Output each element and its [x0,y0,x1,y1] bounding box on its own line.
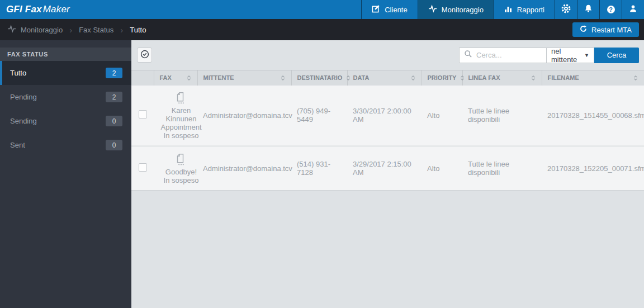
help-icon: ? [607,6,615,13]
sort-icon [410,75,416,81]
search-input[interactable] [472,51,546,59]
breadcrumb-label: Tutto [130,26,146,34]
sort-icon [345,75,351,81]
tab-cliente[interactable]: Cliente [361,0,417,19]
search-controls: nel mittente ▼ Cerca [459,48,639,63]
top-navigation-bar: GFI FaxMaker Cliente Monitoraggio Rappor… [0,0,644,19]
column-header-priority[interactable]: PRIORITY [422,70,462,86]
sort-icon [460,75,465,81]
pulse-icon [7,25,16,35]
cell-data: 3/30/2017 2:00:00 AM [347,86,422,146]
cell-priority: Alto [422,146,462,190]
fax-status-sidebar: FAX STATUS Tutto 2 Pending 2 Sending 0 S… [0,40,131,308]
column-header-filename[interactable]: FILENAME [542,70,644,86]
fax-table: FAX MITTENTE DESTINATARIO DATA PRIORITY [131,70,644,191]
breadcrumb-label: Monitoraggio [21,26,63,34]
sort-icon [531,75,536,81]
chevron-right-icon: › [69,25,72,35]
row-checkbox[interactable] [139,110,147,119]
cell-linea-fax: Tutte le linee disponibili [462,86,542,146]
cell-filename: 20170328_151455_00068.sfm [542,86,644,146]
chevron-right-icon: › [120,25,123,35]
cell-mittente: Administrator@domaina.tcv [197,146,291,190]
tab-rapporti[interactable]: Rapporti [494,0,555,19]
list-toolbar: nel mittente ▼ Cerca [131,40,644,70]
sidebar-header: FAX STATUS [0,48,131,61]
user-button[interactable] [622,0,644,19]
breadcrumb-subsection[interactable]: Fax Status [79,26,113,34]
fax-list-main: nel mittente ▼ Cerca FAX [131,40,644,308]
column-header-mittente[interactable]: MITTENTE [197,70,291,86]
cell-destinatario: (514) 931-7128 [291,146,347,190]
app-logo: GFI FaxMaker [0,0,70,19]
sidebar-item-label: Tutto [10,69,26,77]
table-row[interactable]: Goodbye! In sospeso Administrator@domain… [131,146,644,190]
cell-mittente: Administrator@domaina.tcv [197,86,291,146]
fax-document-icon [176,98,187,106]
top-nav-tabs: Cliente Monitoraggio Rapporti [361,0,644,19]
chevron-down-icon: ▼ [584,53,589,58]
fax-table-header: FAX MITTENTE DESTINATARIO DATA PRIORITY [131,70,644,86]
column-label: PRIORITY [428,74,457,81]
cell-priority: Alto [422,86,462,146]
circled-check-icon [140,50,149,61]
column-label: MITTENTE [203,74,234,81]
column-label: LINEA FAX [468,74,500,81]
search-icon [464,50,472,60]
column-header-linea-fax[interactable]: LINEA FAX [462,70,542,86]
logo-text-bold: GFI Fax [6,4,42,15]
count-badge: 0 [106,140,122,150]
notifications-button[interactable] [577,0,599,19]
row-checkbox[interactable] [139,163,147,172]
bell-icon [584,4,593,15]
count-badge: 2 [106,68,122,78]
column-header-fax[interactable]: FAX [154,70,197,86]
column-header-data[interactable]: DATA [347,70,422,86]
sort-icon [280,75,286,81]
select-all-button[interactable] [137,48,152,63]
restart-mta-label: Restart MTA [591,26,632,34]
gear-icon [561,4,571,16]
table-row[interactable]: Karen Kinnunen Appointment In sospeso Ad… [131,86,644,146]
settings-button[interactable] [555,0,577,19]
bar-chart-icon [504,5,513,15]
user-icon [629,4,637,15]
breadcrumb-label: Fax Status [79,26,113,34]
content-area: FAX STATUS Tutto 2 Pending 2 Sending 0 S… [0,40,644,308]
column-label: FILENAME [548,74,579,81]
cell-filename: 20170328_152205_00071.sfm [542,146,644,190]
help-button[interactable]: ? [599,0,622,19]
edit-icon [372,4,380,15]
search-button[interactable]: Cerca [594,48,639,63]
breadcrumb-section[interactable]: Monitoraggio [7,25,63,35]
sidebar-item-sending[interactable]: Sending 0 [0,109,131,133]
refresh-icon [580,25,587,34]
sidebar-item-label: Pending [10,93,37,101]
sidebar-item-pending[interactable]: Pending 2 [0,85,131,109]
tab-label: Monitoraggio [442,6,484,14]
column-header-checkbox [131,70,154,86]
column-label: FAX [160,74,172,81]
sort-icon [633,75,638,81]
search-scope-value: nel mittente [551,47,584,64]
cell-destinatario: (705) 949-5449 [291,86,347,146]
sidebar-item-label: Sent [10,141,25,149]
tab-monitoraggio[interactable]: Monitoraggio [418,0,494,19]
sidebar-item-tutto[interactable]: Tutto 2 [0,61,131,85]
column-label: DESTINATARIO [297,74,343,81]
tab-label: Rapporti [517,6,544,14]
sidebar-item-sent[interactable]: Sent 0 [0,133,131,157]
tab-label: Cliente [385,6,407,14]
search-field [459,48,546,63]
restart-mta-button[interactable]: Restart MTA [572,22,639,37]
breadcrumb-current-page: Tutto [130,26,146,34]
search-scope-select[interactable]: nel mittente ▼ [546,48,594,63]
column-header-destinatario[interactable]: DESTINATARIO [291,70,347,86]
gfi-faxmaker-app: GFI FaxMaker Cliente Monitoraggio Rappor… [0,0,644,308]
cell-data: 3/29/2017 2:15:00 AM [347,146,422,190]
count-badge: 2 [106,92,122,102]
sidebar-item-label: Sending [10,117,37,125]
logo-text-light: Maker [43,4,70,15]
breadcrumb-bar: Monitoraggio › Fax Status › Tutto Restar… [0,19,644,40]
count-badge: 0 [106,116,122,126]
